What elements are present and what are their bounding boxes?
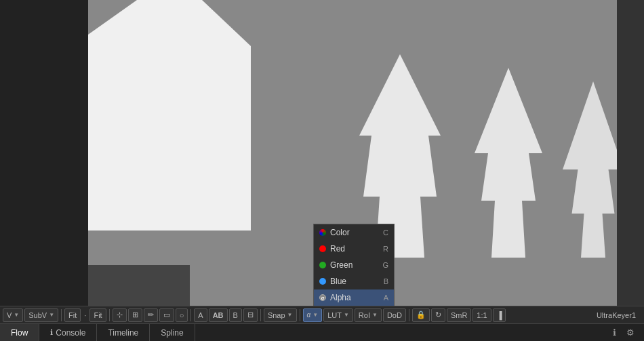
dropdown-shortcut-green: G bbox=[382, 261, 388, 269]
color-dot-green bbox=[319, 262, 326, 268]
v-label: V bbox=[7, 311, 12, 319]
subv-button[interactable]: SubV ▼ bbox=[24, 308, 58, 322]
bottom-toolbar: V ▼ SubV ▼ Fit · Fit ⊹ ⊞ ✏ ▭ ○ A AB B ⊟ bbox=[0, 306, 644, 323]
channel-dropdown-menu[interactable]: Color C Red R Green G bbox=[313, 224, 395, 306]
tab-timeline-label: Timeline bbox=[108, 328, 138, 338]
separator-2 bbox=[109, 309, 110, 321]
fit-label: Fit bbox=[68, 311, 77, 319]
separator-3 bbox=[190, 309, 191, 321]
separator-1 bbox=[61, 309, 62, 321]
dropdown-item-green[interactable]: Green G bbox=[314, 257, 394, 273]
shape-tree2 bbox=[475, 68, 542, 258]
smr-button[interactable]: SmR bbox=[447, 308, 471, 322]
refresh-icon-btn[interactable]: ↻ bbox=[431, 308, 445, 322]
tab-flow-label: Flow bbox=[11, 328, 28, 338]
dropdown-shortcut-red: R bbox=[383, 245, 388, 253]
text-icon: A bbox=[198, 311, 203, 319]
textd-icon: ⊟ bbox=[247, 310, 254, 319]
alpha-channel-icon: α bbox=[307, 311, 311, 319]
tab-console[interactable]: ℹ Console bbox=[39, 324, 97, 341]
dropdown-label-alpha: Alpha bbox=[330, 293, 351, 302]
tab-flow[interactable]: Flow bbox=[0, 324, 39, 341]
color-dot-red bbox=[319, 245, 326, 252]
lut-label: LUT bbox=[327, 311, 342, 319]
dod-button[interactable]: DoD bbox=[383, 308, 406, 322]
dark-bottom-left bbox=[88, 265, 190, 306]
tab-spline-label: Spline bbox=[161, 328, 183, 338]
transform-icon-btn[interactable]: ⊹ bbox=[113, 308, 127, 322]
roi-button[interactable]: RoI ▼ bbox=[355, 308, 382, 322]
dod-label: DoD bbox=[387, 311, 402, 319]
channel-button[interactable]: α ▼ bbox=[303, 308, 323, 322]
textb-icon-btn[interactable]: AB bbox=[209, 308, 228, 322]
fit-separator-text: · bbox=[82, 311, 88, 319]
snap-caret: ▼ bbox=[287, 312, 293, 318]
viewer-area: Color C Red R Green G bbox=[0, 0, 644, 306]
circle-icon: ○ bbox=[180, 311, 184, 319]
grayscale-scene: Color C Red R Green G bbox=[0, 0, 644, 306]
tab-spline[interactable]: Spline bbox=[150, 324, 195, 341]
lut-button[interactable]: LUT ▼ bbox=[323, 308, 353, 322]
status-bar-right: ℹ ⚙ bbox=[606, 325, 644, 341]
dropdown-shortcut-color: C bbox=[383, 228, 388, 237]
dropdown-label-green: Green bbox=[330, 260, 353, 270]
v-caret: ▼ bbox=[14, 312, 19, 318]
color-dot-alpha: α bbox=[319, 294, 326, 301]
node-name: UltraKeyer1 bbox=[597, 311, 641, 319]
roi-caret: ▼ bbox=[372, 312, 378, 318]
textc-icon-btn[interactable]: B bbox=[229, 308, 242, 322]
color-dot-blue bbox=[319, 278, 326, 285]
shape-building bbox=[88, 0, 251, 230]
text-icon-btn[interactable]: A bbox=[194, 308, 207, 322]
bars-icon-btn[interactable]: ▐ bbox=[493, 308, 506, 322]
circle-icon-btn[interactable]: ○ bbox=[176, 308, 188, 322]
dropdown-label-blue: Blue bbox=[330, 277, 346, 286]
textc-icon: B bbox=[233, 311, 238, 319]
channel-caret: ▼ bbox=[313, 312, 318, 318]
lock-icon-btn[interactable]: 🔒 bbox=[412, 308, 430, 322]
subv-caret: ▼ bbox=[49, 312, 54, 318]
tab-console-label: Console bbox=[56, 328, 85, 338]
color-dot-rgba bbox=[319, 229, 326, 236]
dropdown-item-blue[interactable]: Blue B bbox=[314, 273, 394, 289]
fit2-button[interactable]: Fit bbox=[89, 308, 106, 322]
separator-5 bbox=[300, 309, 300, 321]
bars-icon: ▐ bbox=[497, 311, 502, 319]
status-bar: Flow ℹ Console Timeline Spline ℹ ⚙ bbox=[0, 323, 644, 341]
paint-icon-btn[interactable]: ✏ bbox=[144, 308, 158, 322]
textb-icon: AB bbox=[213, 311, 224, 319]
rect-icon: ▭ bbox=[163, 310, 170, 319]
fit-button[interactable]: Fit bbox=[64, 308, 81, 322]
v-button[interactable]: V ▼ bbox=[3, 308, 23, 322]
smr-label: SmR bbox=[451, 311, 467, 319]
refresh-icon: ↻ bbox=[435, 310, 441, 319]
dropdown-item-color[interactable]: Color C bbox=[314, 224, 394, 241]
status-settings-icon[interactable]: ⚙ bbox=[622, 325, 639, 341]
dark-right bbox=[617, 0, 644, 306]
shape-tree3 bbox=[563, 81, 624, 258]
transform-icon: ⊹ bbox=[117, 310, 123, 319]
snap-label: Snap bbox=[268, 311, 285, 319]
paint-icon: ✏ bbox=[148, 310, 154, 319]
dropdown-item-alpha[interactable]: α Alpha A bbox=[314, 289, 394, 306]
roi-label: RoI bbox=[359, 311, 370, 319]
fit2-label: Fit bbox=[94, 311, 102, 319]
subv-label: SubV bbox=[28, 311, 47, 319]
grid-icon: ⊞ bbox=[132, 310, 138, 319]
status-info-icon[interactable]: ℹ bbox=[606, 325, 622, 341]
tab-timeline[interactable]: Timeline bbox=[97, 324, 150, 341]
ratio-button[interactable]: 1:1 bbox=[472, 308, 491, 322]
grid-icon-btn[interactable]: ⊞ bbox=[128, 308, 142, 322]
separator-6 bbox=[409, 309, 409, 321]
dropdown-label-color: Color bbox=[330, 228, 350, 237]
dropdown-item-red[interactable]: Red R bbox=[314, 241, 394, 257]
dropdown-shortcut-blue: B bbox=[384, 277, 388, 285]
rect-icon-btn[interactable]: ▭ bbox=[159, 308, 174, 322]
textd-icon-btn[interactable]: ⊟ bbox=[243, 308, 258, 322]
tab-console-icon: ℹ bbox=[50, 328, 53, 337]
ratio-label: 1:1 bbox=[477, 311, 487, 319]
lock-icon: 🔒 bbox=[416, 310, 426, 319]
dropdown-shortcut-alpha: A bbox=[384, 294, 388, 302]
dark-left bbox=[0, 0, 88, 306]
snap-button[interactable]: Snap ▼ bbox=[264, 308, 297, 322]
